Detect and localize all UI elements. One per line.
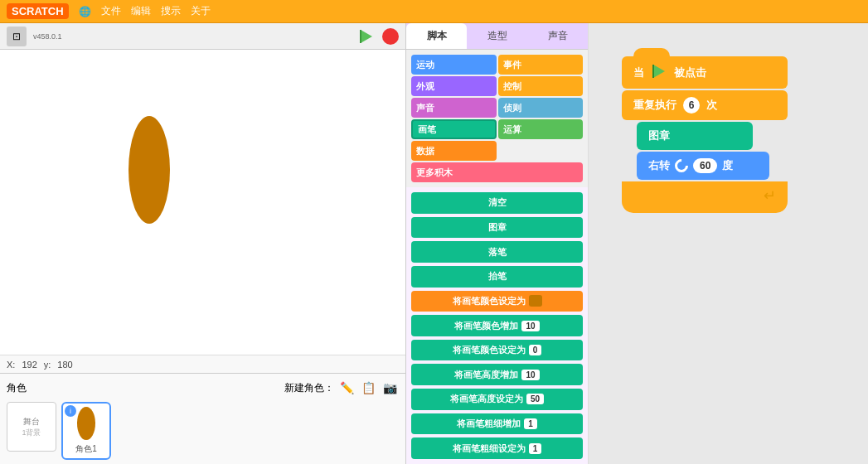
- block-change-pen-color[interactable]: 将画笔颜色增加 10: [411, 315, 583, 336]
- sprite-oval-shape: [129, 116, 170, 224]
- hat-when-label: 当: [633, 65, 644, 80]
- y-value: 180: [57, 360, 72, 370]
- stage-label: 舞台: [23, 416, 40, 428]
- categories-grid: 运动 事件 外观 控制 声音 侦则 画笔 运算 数据 更多积木: [406, 50, 588, 187]
- sprite-thumbnail[interactable]: i 角色1: [61, 402, 111, 460]
- block-set-pen-color-num[interactable]: 将画笔颜色设定为 0: [411, 340, 583, 361]
- repeat-suffix: 次: [706, 98, 717, 113]
- new-sprite-label: 新建角色：: [284, 381, 334, 395]
- hat-block[interactable]: 当 被点击: [622, 56, 788, 89]
- stop-button[interactable]: [382, 28, 399, 45]
- stage-area: ⊡ v458.0.1 X: 192 y: 180 角色: [0, 23, 406, 464]
- script-workspace: 当 被点击 重复执行 6 次 图: [622, 56, 788, 213]
- hat-flag-icon: [651, 63, 667, 82]
- hat-clicked-label: 被点击: [674, 65, 706, 80]
- turn-block[interactable]: 右转 60 度: [637, 152, 769, 180]
- tab-scripts[interactable]: 脚本: [406, 23, 467, 49]
- svg-marker-2: [653, 65, 665, 78]
- stage-thumbnail[interactable]: 舞台 1背景: [7, 402, 56, 452]
- cat-more[interactable]: 更多积木: [411, 162, 583, 182]
- repeat-end-block: ↵: [622, 181, 788, 213]
- menu-tips[interactable]: 捜示: [161, 4, 181, 18]
- repeat-block[interactable]: 重复执行 6 次: [622, 90, 788, 120]
- green-flag-button[interactable]: [356, 27, 376, 46]
- sprites-list: 舞台 1背景 i 角色1: [3, 399, 402, 463]
- stage-controls: ⊡ v458.0.1: [0, 23, 405, 50]
- block-penup[interactable]: 抬笔: [411, 266, 583, 288]
- new-sprite-controls: 新建角色： ✏️ 📋 📷: [284, 379, 399, 397]
- sprite-name: 角色1: [75, 443, 97, 455]
- paint-sprite-button[interactable]: ✏️: [337, 379, 356, 397]
- cat-looks[interactable]: 外观: [411, 76, 497, 96]
- script-stack: 当 被点击 重复执行 6 次 图: [622, 56, 788, 213]
- stamp-block[interactable]: 图章: [637, 122, 753, 150]
- turn-number: 60: [693, 158, 717, 173]
- tab-costumes[interactable]: 造型: [467, 23, 527, 49]
- cat-sensing[interactable]: 侦则: [498, 98, 584, 118]
- cat-operator[interactable]: 运算: [498, 119, 584, 139]
- sprites-panel: 角色 新建角色： ✏️ 📋 📷 舞台 1背景 i 角色1: [0, 373, 405, 464]
- block-set-pen-color[interactable]: 将画笔颜色设定为: [411, 291, 583, 312]
- coords-bar: X: 192 y: 180: [0, 355, 405, 373]
- menu-about[interactable]: 关于: [191, 4, 211, 18]
- sprites-header: 角色 新建角色： ✏️ 📋 📷: [3, 377, 402, 399]
- upload-sprite-button[interactable]: 📷: [381, 379, 399, 397]
- menu-edit[interactable]: 编辑: [131, 4, 151, 18]
- repeat-arrow: ↵: [764, 186, 776, 205]
- repeat-number: 6: [683, 97, 700, 114]
- cat-event[interactable]: 事件: [498, 55, 584, 75]
- expand-button[interactable]: ⊡: [7, 27, 27, 46]
- x-value: 192: [22, 360, 36, 370]
- block-change-pen-size[interactable]: 将画笔粗细增加 1: [411, 413, 583, 435]
- scripts-panel: 当 被点击 重复执行 6 次 图: [589, 23, 868, 464]
- block-set-pen-size[interactable]: 将画笔粗细设定为 1: [411, 437, 583, 459]
- stage-canvas: [0, 50, 405, 355]
- cat-control[interactable]: 控制: [498, 76, 584, 96]
- cat-motion[interactable]: 运动: [411, 55, 497, 75]
- block-set-pen-shade[interactable]: 将画笔高度设定为 50: [411, 389, 583, 410]
- cat-sound[interactable]: 声音: [411, 98, 497, 118]
- repeat-label: 重复执行: [633, 98, 676, 113]
- scratch-logo: SCRATCH: [7, 3, 69, 19]
- stamp-label: 图章: [648, 128, 670, 143]
- y-label: y:: [44, 360, 51, 370]
- block-stamp[interactable]: 图章: [411, 217, 583, 239]
- tabs-row: 脚本 造型 声音: [406, 23, 588, 50]
- cat-pen[interactable]: 画笔: [411, 119, 497, 139]
- turn-label: 右转: [648, 158, 670, 173]
- blocks-list: 清空 图章 落笔 抬笔 将画笔颜色设定为 将画笔颜色增加 10 将画笔颜色设定为…: [406, 187, 588, 464]
- toolbar: SCRATCH 🌐 文件 编辑 捜示 关于: [0, 0, 868, 23]
- block-change-pen-shade[interactable]: 将画笔高度增加 10: [411, 364, 583, 385]
- sprites-label: 角色: [7, 381, 27, 395]
- menu-globe[interactable]: 🌐: [79, 6, 91, 17]
- turn-rotate-icon: [672, 157, 691, 176]
- block-clear[interactable]: 清空: [411, 192, 583, 214]
- version-label: v458.0.1: [33, 32, 62, 41]
- sprite-mini-oval: [77, 407, 95, 440]
- x-label: X:: [7, 360, 15, 370]
- stamp-sprite-button[interactable]: 📋: [359, 379, 377, 397]
- svg-marker-0: [361, 30, 372, 43]
- info-badge[interactable]: i: [65, 405, 76, 417]
- block-pendown[interactable]: 落笔: [411, 241, 583, 263]
- tab-sounds[interactable]: 声音: [527, 23, 588, 49]
- stage-sub: 1背景: [22, 428, 41, 438]
- blocks-panel: 脚本 造型 声音 运动 事件 外观 控制 声音 侦则 画笔 运算 数据 更多积木…: [406, 23, 589, 464]
- menu-file[interactable]: 文件: [101, 4, 121, 18]
- main-layout: ⊡ v458.0.1 X: 192 y: 180 角色: [0, 23, 868, 464]
- turn-suffix: 度: [722, 158, 733, 173]
- cat-data[interactable]: 数据: [411, 141, 497, 161]
